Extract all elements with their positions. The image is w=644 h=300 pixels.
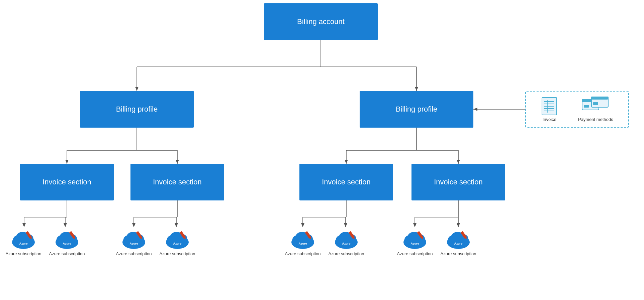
azure-sub-8: Azure Azure subscription [440, 227, 477, 256]
azure-sub-8-label: Azure subscription [441, 251, 476, 256]
azure-icon-5: Azure [289, 227, 316, 250]
svg-marker-36 [344, 223, 347, 227]
svg-marker-44 [473, 108, 477, 111]
svg-marker-10 [65, 160, 69, 164]
azure-sub-3-label: Azure subscription [116, 251, 152, 256]
svg-text:Azure: Azure [410, 242, 419, 245]
invoice-section-4-box: Invoice section [411, 164, 505, 200]
azure-icon-8: Azure [445, 227, 472, 250]
svg-marker-6 [415, 87, 418, 91]
invoice-payment-box: Invoice Payment methods [525, 91, 629, 128]
svg-text:Azure: Azure [173, 242, 181, 245]
azure-sub-7: Azure Azure subscription [396, 227, 433, 256]
azure-icon-2: Azure [54, 227, 80, 250]
azure-sub-5: Azure Azure subscription [284, 227, 321, 256]
billing-profile-right-box: Billing profile [360, 91, 473, 128]
azure-sub-3: Azure Azure subscription [115, 227, 152, 256]
svg-marker-16 [345, 160, 348, 164]
azure-sub-6: Azure Azure subscription [328, 227, 365, 256]
payment-methods-label: Payment methods [578, 117, 613, 122]
azure-sub-6-label: Azure subscription [329, 251, 364, 256]
svg-text:Azure: Azure [19, 242, 27, 245]
svg-rect-113 [591, 97, 608, 100]
diagram-container: Billing account Billing profile Billing … [0, 0, 644, 300]
svg-marker-40 [413, 223, 417, 227]
azure-sub-5-label: Azure subscription [285, 251, 321, 256]
svg-marker-30 [175, 223, 178, 227]
azure-sub-4: Azure Azure subscription [159, 227, 196, 256]
svg-text:Azure: Azure [342, 242, 350, 245]
invoice-section-3-box: Invoice section [299, 164, 393, 200]
invoice-item: Invoice [541, 97, 558, 122]
azure-sub-2-label: Azure subscription [49, 251, 85, 256]
azure-icon-6: Azure [333, 227, 360, 250]
svg-rect-111 [584, 105, 589, 108]
svg-marker-12 [176, 160, 179, 164]
azure-sub-4-label: Azure subscription [160, 251, 195, 256]
azure-sub-7-label: Azure subscription [397, 251, 433, 256]
svg-marker-22 [22, 223, 26, 227]
svg-text:Azure: Azure [298, 242, 307, 245]
svg-marker-42 [457, 223, 460, 227]
svg-text:Azure: Azure [454, 242, 462, 245]
svg-marker-28 [132, 223, 135, 227]
invoice-icon [541, 97, 558, 115]
payment-methods-icon [582, 97, 609, 115]
svg-text:Azure: Azure [63, 242, 71, 245]
svg-text:Azure: Azure [129, 242, 138, 245]
billing-account-box: Billing account [264, 3, 378, 40]
invoice-section-2-box: Invoice section [130, 164, 224, 200]
svg-marker-34 [301, 223, 304, 227]
svg-marker-24 [64, 223, 67, 227]
azure-sub-2: Azure Azure subscription [49, 227, 85, 256]
azure-sub-1: Azure Azure subscription [5, 227, 42, 256]
connector-svg [0, 0, 644, 300]
billing-profile-left-box: Billing profile [80, 91, 194, 128]
invoice-section-1-box: Invoice section [20, 164, 114, 200]
invoice-label: Invoice [543, 117, 556, 122]
azure-icon-7: Azure [401, 227, 428, 250]
azure-icon-1: Azure [10, 227, 37, 250]
azure-sub-1-label: Azure subscription [6, 251, 41, 256]
azure-icon-3: Azure [120, 227, 147, 250]
svg-marker-18 [457, 160, 460, 164]
svg-rect-114 [593, 102, 598, 105]
azure-icon-4: Azure [164, 227, 191, 250]
svg-marker-3 [135, 87, 139, 91]
payment-methods-item: Payment methods [578, 97, 613, 122]
